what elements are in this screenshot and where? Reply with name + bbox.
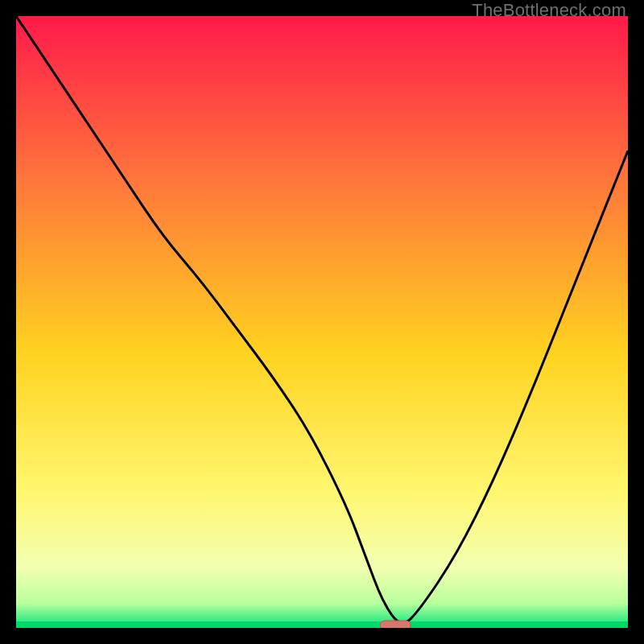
chart-frame: TheBottleneck.com xyxy=(0,0,644,644)
chart-svg xyxy=(16,16,628,628)
gradient-rect xyxy=(16,16,628,628)
optimum-marker xyxy=(380,621,411,628)
plot-area xyxy=(16,16,628,628)
bottom-strip xyxy=(16,621,628,628)
